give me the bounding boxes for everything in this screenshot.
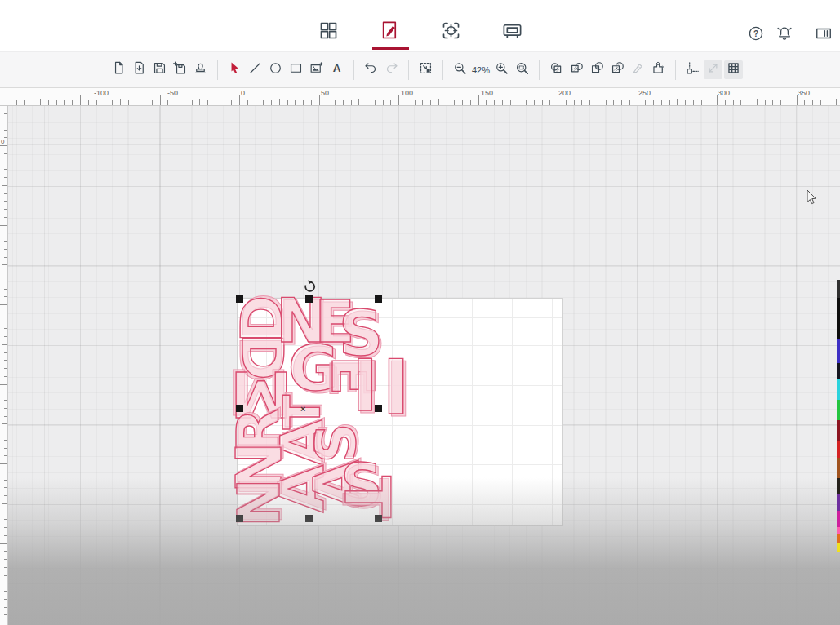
palette-color (837, 298, 840, 339)
toolbar-divider (353, 60, 354, 80)
zoom-area-button[interactable] (513, 60, 531, 79)
grid-tiles-icon (318, 20, 340, 45)
zoom-out-button[interactable] (451, 60, 469, 79)
selection-handle[interactable] (236, 515, 243, 522)
ruler-tick (677, 99, 678, 105)
ruler-tick (629, 100, 630, 105)
new-file-button[interactable] (109, 60, 128, 79)
text-tool-button[interactable]: A (327, 60, 346, 79)
ruler-tick (757, 99, 758, 105)
ruler-tick (319, 95, 320, 105)
image-tool-button[interactable] (307, 60, 326, 79)
ruler-label: 0 (1, 138, 4, 145)
save-button[interactable] (150, 60, 169, 79)
ruler-tick (415, 100, 416, 105)
selection-handle[interactable] (375, 515, 382, 522)
redo-button[interactable] (382, 60, 401, 79)
ruler-tick (224, 100, 224, 105)
ruler-tick (4, 392, 7, 392)
ruler-tick (216, 100, 216, 105)
tab-home[interactable] (312, 16, 344, 47)
ruler-tick (33, 100, 33, 105)
ruler-tick (574, 100, 575, 105)
rect-tool-button[interactable] (287, 60, 305, 79)
zoom-in-button[interactable] (492, 60, 511, 79)
ruler-tick (192, 100, 193, 105)
tab-edit[interactable] (373, 16, 406, 47)
artboard-mat[interactable] (237, 298, 563, 526)
knife-button[interactable] (629, 60, 647, 79)
toolbar-divider (217, 60, 218, 80)
weld-button[interactable] (547, 60, 566, 79)
ruler-tick (598, 99, 598, 105)
palette-color (837, 363, 840, 379)
ruler-tick (542, 100, 543, 105)
subtract-button[interactable] (567, 60, 586, 79)
text-tool-icon: A (329, 60, 344, 79)
ruler-tick (0, 225, 7, 226)
ruler-tick (4, 352, 7, 353)
selection-handle[interactable] (236, 405, 243, 412)
palette-color (837, 534, 840, 543)
fit-selection-icon (418, 60, 433, 79)
palette-color (837, 478, 840, 494)
tab-scan[interactable] (434, 16, 467, 47)
ruler-tick (693, 100, 694, 105)
ruler-tick (327, 100, 327, 105)
import-file-button[interactable] (130, 60, 149, 79)
canvas[interactable] (8, 106, 840, 625)
ruler-tick (4, 480, 7, 481)
scale-button[interactable] (704, 60, 722, 79)
save-as-button[interactable] (171, 60, 189, 79)
line-tool-icon (247, 60, 263, 79)
ruler-tick (0, 384, 7, 385)
palette-color (837, 280, 840, 298)
ruler-tick (4, 336, 7, 337)
ruler-tick (4, 162, 7, 162)
ruler-tick (4, 113, 7, 114)
exclude-button[interactable] (608, 60, 627, 79)
palette-color (837, 494, 840, 511)
selection-handle[interactable] (375, 295, 382, 303)
grid-toggle-button[interactable] (724, 60, 743, 79)
stamp-button[interactable] (191, 60, 210, 79)
ruler-tick (430, 100, 431, 105)
redo-icon (384, 60, 399, 79)
line-tool-button[interactable] (246, 60, 264, 79)
zoom-level-label: 42% (472, 65, 490, 75)
ruler-tick (749, 100, 749, 105)
scale-icon (705, 60, 721, 79)
import-file-icon (131, 60, 147, 79)
undo-button[interactable] (362, 60, 380, 79)
help-button[interactable]: ? (746, 25, 766, 45)
ellipse-tool-button[interactable] (266, 60, 285, 79)
palette-color (837, 400, 840, 420)
fit-selection-button[interactable] (416, 60, 435, 79)
tab-machine[interactable] (496, 16, 528, 47)
ruler-tick (4, 512, 7, 512)
selection-handle[interactable] (305, 515, 313, 522)
ruler-label: -100 (94, 89, 109, 97)
ruler-label: 300 (718, 89, 730, 97)
color-palette-strip[interactable] (837, 280, 840, 552)
ruler-tick (4, 432, 7, 432)
panel-icon (815, 24, 833, 46)
notifications-button[interactable] (775, 25, 794, 45)
ruler-label: 150 (481, 89, 493, 97)
edit-document-icon (379, 20, 401, 45)
selection-handle[interactable] (305, 295, 313, 303)
ruler-tick (4, 360, 7, 361)
toolbar-divider (539, 60, 540, 80)
ruler-tick (287, 100, 288, 105)
intersect-button[interactable] (588, 60, 607, 79)
selection-handle[interactable] (236, 295, 243, 303)
selection-handle[interactable] (375, 405, 382, 412)
panel-button[interactable] (814, 25, 833, 45)
toolbar-divider (408, 60, 409, 80)
ruler-tick (263, 100, 264, 105)
align-button[interactable] (683, 60, 702, 79)
divide-button[interactable] (649, 60, 668, 79)
ruler-tick (772, 100, 773, 105)
ruler-tick (820, 100, 821, 105)
select-arrow-button[interactable] (225, 60, 244, 79)
